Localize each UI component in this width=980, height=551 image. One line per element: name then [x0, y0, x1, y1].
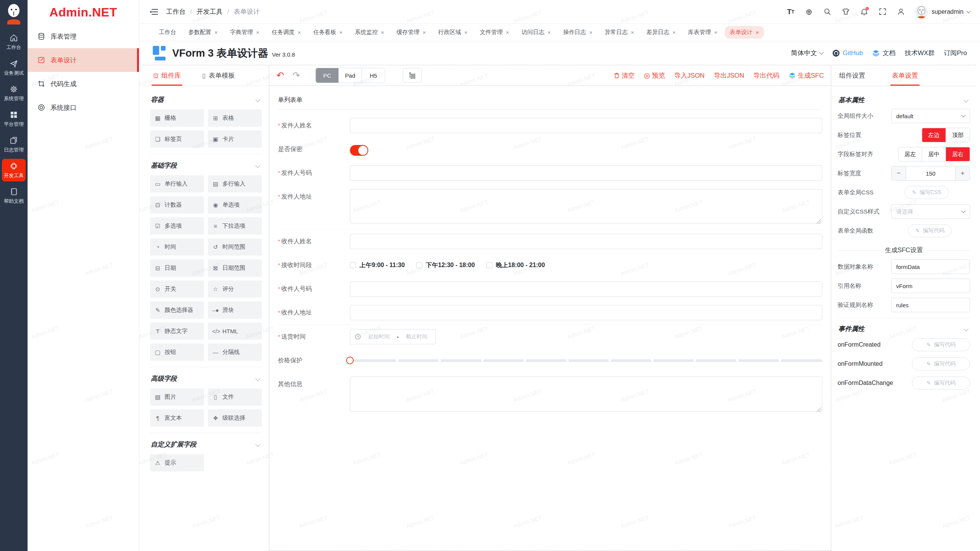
page-tab[interactable]: 差异日志× [641, 26, 681, 39]
rail-item-business-test[interactable]: 业务测试 [2, 56, 26, 79]
export-json-button[interactable]: 导出JSON [714, 71, 744, 80]
widget-time[interactable]: ◔时间 [150, 238, 204, 256]
section-header[interactable]: 基础字段 [151, 161, 261, 170]
sender-number-input[interactable] [350, 165, 822, 181]
decrease-button[interactable]: − [892, 166, 906, 180]
widget-alert[interactable]: ⚠提示 [150, 454, 204, 471]
page-tab[interactable]: 任务调度× [267, 26, 306, 39]
data-object-name-input[interactable] [891, 259, 970, 274]
page-tab[interactable]: 访问日志× [516, 26, 556, 39]
close-icon[interactable]: × [339, 29, 343, 36]
other-info-textarea[interactable] [350, 377, 822, 412]
docs-link[interactable]: 文档 [872, 49, 895, 57]
close-icon[interactable]: × [423, 29, 426, 36]
time-slot-afternoon[interactable]: 下午12:30 - 18:00 [416, 261, 475, 269]
field-other-info[interactable]: 其他信息 [278, 372, 822, 417]
edit-code-button[interactable]: ✎ 编写代码 [912, 338, 970, 351]
field-price-protection[interactable]: 价格保护 [278, 349, 822, 372]
time-slot-evening[interactable]: 晚上18:00 - 21:00 [486, 261, 545, 269]
tab-form-settings[interactable]: 表单设置 [892, 65, 918, 86]
field-delivery-time[interactable]: *送货时间 起始时间 - 截止时间 [278, 325, 822, 349]
price-protection-slider[interactable] [350, 353, 822, 368]
widget-html[interactable]: </>HTML [208, 323, 262, 340]
widget-select[interactable]: ≡下拉选项 [208, 217, 262, 235]
close-icon[interactable]: × [756, 29, 759, 36]
field-receive-time-slots[interactable]: *接收时间段 上午9:00 - 11:30 下午12:30 - 18:00 晚上… [278, 253, 822, 277]
close-icon[interactable]: × [506, 29, 509, 36]
widget-table[interactable]: ⊞表格 [208, 109, 262, 127]
wx-group-link[interactable]: 技术WX群 [905, 49, 934, 57]
label-align-center-button[interactable]: 居中 [922, 147, 946, 161]
close-icon[interactable]: × [589, 29, 593, 36]
confidential-switch[interactable] [350, 145, 368, 156]
page-tab[interactable]: 库表管理× [683, 26, 722, 39]
widget-cascader[interactable]: ❖级联选择 [208, 409, 262, 427]
theme-icon[interactable] [841, 8, 850, 16]
rail-item-system-mgmt[interactable]: 系统管理 [2, 82, 26, 104]
time-slot-morning[interactable]: 上午9:00 - 11:30 [350, 261, 405, 269]
profile-icon[interactable] [897, 8, 905, 16]
field-sender-number[interactable]: *发件人号码 [278, 161, 822, 185]
sender-name-input[interactable] [350, 118, 822, 133]
basic-props-header[interactable]: 基本属性 [838, 96, 969, 104]
sidebar-item-system-api[interactable]: 系统接口 [28, 96, 139, 119]
stepper-value[interactable]: 150 [906, 166, 955, 180]
rail-item-log-mgmt[interactable]: 日志管理 [2, 133, 26, 156]
slider-track[interactable] [350, 359, 822, 362]
form-canvas[interactable]: 单列表单 *发件人姓名 是否保密 *发件人号码 [270, 86, 831, 551]
slider-handle[interactable] [346, 357, 354, 364]
sidebar-item-code-gen[interactable]: 代码生成 [28, 72, 139, 96]
widget-checkbox[interactable]: ☑多选项 [150, 217, 204, 235]
page-tab[interactable]: 字典管理× [225, 26, 265, 39]
rail-item-platform-mgmt[interactable]: 平台管理 [2, 108, 26, 130]
export-code-button[interactable]: 导出代码 [753, 71, 779, 80]
widget-time-range[interactable]: ↺时间范围 [208, 238, 262, 256]
user-menu[interactable]: superadmin [915, 5, 970, 18]
tab-component-library[interactable]: ⊡ 组件库 [153, 65, 181, 86]
widget-button[interactable]: ▢按钮 [150, 344, 204, 361]
page-tab[interactable]: 行政区域× [433, 26, 473, 39]
clear-button[interactable]: 清空 [614, 71, 635, 80]
widget-input[interactable]: ▭单行输入 [150, 175, 204, 192]
edit-code-button[interactable]: ✎ 编写代码 [908, 224, 952, 237]
widget-textarea[interactable]: ▤多行输入 [208, 175, 262, 192]
close-icon[interactable]: × [256, 29, 260, 36]
label-position-top-button[interactable]: 顶部 [946, 128, 970, 142]
section-header[interactable]: 高级字段 [151, 374, 261, 383]
section-header[interactable]: 容器 [151, 95, 261, 104]
page-tab-active[interactable]: 表单设计× [725, 26, 764, 39]
ref-name-input[interactable] [891, 279, 970, 293]
edit-code-button[interactable]: ✎ 编写代码 [912, 377, 970, 390]
sidebar-item-form-design[interactable]: 表单设计 [28, 48, 139, 72]
widget-tabs[interactable]: ❏标签页 [150, 130, 204, 148]
widget-date-range[interactable]: ⊠日期范围 [208, 259, 262, 277]
rail-item-help-docs[interactable]: 帮助文档 [2, 184, 26, 207]
close-icon[interactable]: × [547, 29, 551, 36]
field-recipient-number[interactable]: *收件人号码 [278, 277, 822, 301]
custom-css-select[interactable]: 请选择 [891, 204, 970, 219]
collapse-menu-icon[interactable] [149, 7, 159, 17]
field-is-confidential[interactable]: 是否保密 [278, 137, 822, 161]
form-title-widget[interactable]: 单列表单 [278, 92, 822, 110]
subscribe-pro-link[interactable]: 订阅Pro [944, 49, 967, 57]
increase-button[interactable]: + [955, 166, 970, 180]
language-select[interactable]: 简体中文 [791, 49, 823, 57]
page-tab[interactable]: 参数配置× [183, 26, 223, 39]
redo-icon[interactable]: ↷ [292, 71, 300, 80]
tab-form-templates[interactable]: ▯ 表单模板 [202, 65, 235, 86]
field-sender-name[interactable]: *发件人姓名 [278, 114, 822, 137]
recipient-address-input[interactable] [350, 305, 822, 320]
edit-code-button[interactable]: ✎ 编写代码 [912, 357, 970, 370]
preview-button[interactable]: ◎ 预览 [644, 71, 665, 80]
undo-icon[interactable]: ↶ [276, 71, 284, 80]
breadcrumb-item[interactable]: 开发工具 [197, 7, 223, 16]
widget-number[interactable]: ⊡计数器 [150, 196, 204, 214]
rules-name-input[interactable] [891, 298, 970, 312]
widget-file[interactable]: ▯文件 [208, 388, 262, 406]
font-size-icon[interactable]: TT [786, 8, 795, 16]
rail-item-workbench[interactable]: 工作台 [2, 31, 26, 53]
event-props-header[interactable]: 事件属性 [838, 324, 969, 333]
app-logo[interactable] [4, 3, 24, 26]
device-pc-button[interactable]: PC [316, 68, 339, 83]
page-tab[interactable]: 工作台 [154, 26, 181, 39]
